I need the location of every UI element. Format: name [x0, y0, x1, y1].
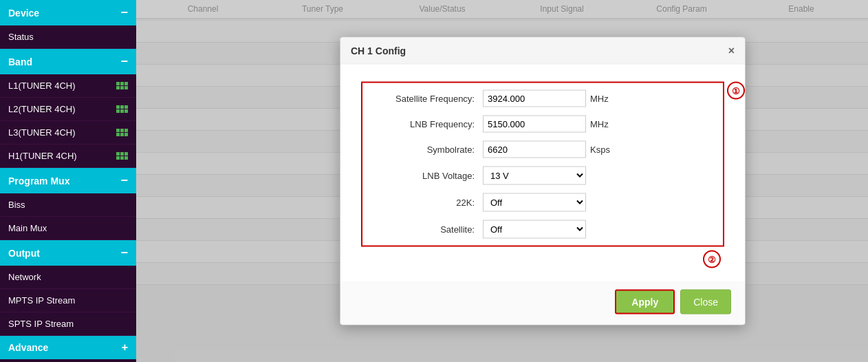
device-label: Device — [8, 8, 39, 19]
sidebar-item-l2[interactable]: L2(TUNER 4CH) — [0, 98, 136, 121]
sidebar-item-status[interactable]: Status — [0, 25, 136, 49]
modal-close-button[interactable]: × — [728, 45, 735, 57]
satellite-row: Satellite: Off On — [373, 220, 713, 239]
modal-footer: Apply Close — [340, 282, 745, 325]
status-label: Status — [8, 32, 34, 42]
sidebar-item-spts[interactable]: SPTS IP Stream — [0, 312, 136, 336]
sidebar-item-network[interactable]: Network — [0, 266, 136, 289]
sidebar: Device − Status Band − L1(TUNER 4CH) L2(… — [0, 0, 136, 362]
lnb-frequency-input-group: MHz — [483, 116, 713, 133]
modal-header: CH 1 Config × — [340, 38, 745, 65]
annotation-1: ① — [727, 82, 745, 100]
sidebar-item-l3[interactable]: L3(TUNER 4CH) — [0, 121, 136, 145]
advance-expand-icon[interactable]: + — [122, 341, 128, 354]
satellite-frequency-row: Satellite Frequency: MHz — [373, 90, 713, 107]
satellite-frequency-input[interactable] — [483, 90, 586, 107]
symbolrate-row: Symbolrate: Ksps — [373, 141, 713, 158]
lnb-voltage-label: LNB Voltage: — [373, 171, 483, 181]
symbolrate-label: Symbolrate: — [373, 145, 483, 155]
22k-row: 22K: Off On — [373, 193, 713, 212]
satellite-frequency-input-group: MHz — [483, 90, 713, 107]
lnb-voltage-row: LNB Voltage: 13 V 18 V Off — [373, 167, 713, 185]
sidebar-item-mpts[interactable]: MPTS IP Stream — [0, 289, 136, 312]
output-label: Output — [8, 248, 40, 259]
sidebar-item-h1[interactable]: H1(TUNER 4CH) — [0, 145, 136, 168]
network-label: Network — [8, 272, 41, 282]
22k-label: 22K: — [373, 198, 483, 208]
sidebar-item-l1[interactable]: L1(TUNER 4CH) — [0, 74, 136, 98]
lnb-frequency-row: LNB Frequency: MHz — [373, 116, 713, 133]
apply-button[interactable]: Apply — [615, 290, 675, 315]
mpts-label: MPTS IP Stream — [8, 295, 75, 306]
sidebar-program-mux-header[interactable]: Program Mux − — [0, 168, 136, 193]
symbolrate-input[interactable] — [483, 141, 586, 158]
lnb-voltage-select[interactable]: 13 V 18 V Off — [483, 167, 586, 185]
modal-body: ① Satellite Frequency: MHz LNB Frequency… — [340, 65, 745, 282]
input-fields-box: Satellite Frequency: MHz LNB Frequency: … — [361, 82, 724, 247]
lnb-frequency-input[interactable] — [483, 116, 586, 133]
sidebar-device-header[interactable]: Device − — [0, 0, 136, 25]
main-mux-label: Main Mux — [8, 223, 47, 233]
band-collapse-icon[interactable]: − — [120, 54, 128, 69]
l3-grid-icon — [116, 129, 128, 136]
output-collapse-icon[interactable]: − — [120, 246, 128, 260]
program-mux-collapse-icon[interactable]: − — [120, 173, 128, 188]
sidebar-output-header[interactable]: Output − — [0, 240, 136, 266]
l3-label: L3(TUNER 4CH) — [8, 127, 76, 138]
config-modal: CH 1 Config × ① Satellite Frequency: MHz — [340, 37, 746, 326]
biss-label: Biss — [8, 200, 25, 210]
lnb-frequency-unit: MHz — [590, 119, 609, 129]
sidebar-item-biss[interactable]: Biss — [0, 193, 136, 217]
sidebar-band-header[interactable]: Band − — [0, 49, 136, 74]
advance-label: Advance — [8, 342, 48, 353]
h1-label: H1(TUNER 4CH) — [8, 151, 77, 161]
symbolrate-input-group: Ksps — [483, 141, 713, 158]
l1-label: L1(TUNER 4CH) — [8, 81, 76, 91]
satellite-frequency-label: Satellite Frequency: — [373, 94, 483, 104]
l2-label: L2(TUNER 4CH) — [8, 104, 76, 114]
satellite-select[interactable]: Off On — [483, 220, 586, 239]
satellite-input-group: Off On — [483, 220, 713, 239]
program-mux-label: Program Mux — [8, 175, 69, 187]
satellite-frequency-unit: MHz — [590, 94, 609, 104]
22k-input-group: Off On — [483, 193, 713, 212]
sidebar-item-main-mux[interactable]: Main Mux — [0, 217, 136, 240]
annotation-2: ② — [703, 251, 721, 268]
main-content: Channel Tuner Type Value/Status Input Si… — [136, 0, 868, 362]
h1-grid-icon — [116, 152, 128, 160]
l1-grid-icon — [116, 82, 128, 89]
lnb-frequency-label: LNB Frequency: — [373, 119, 483, 129]
satellite-label: Satellite: — [373, 224, 483, 235]
close-button[interactable]: Close — [680, 290, 731, 315]
modal-title: CH 1 Config — [351, 45, 406, 56]
symbolrate-unit: Ksps — [590, 145, 610, 155]
band-label: Band — [8, 56, 32, 67]
sidebar-advance-header[interactable]: Advance + — [0, 336, 136, 359]
device-collapse-icon[interactable]: − — [120, 6, 128, 20]
22k-select[interactable]: Off On — [483, 193, 586, 212]
spts-label: SPTS IP Stream — [8, 319, 74, 329]
lnb-voltage-input-group: 13 V 18 V Off — [483, 167, 713, 185]
l2-grid-icon — [116, 105, 128, 113]
